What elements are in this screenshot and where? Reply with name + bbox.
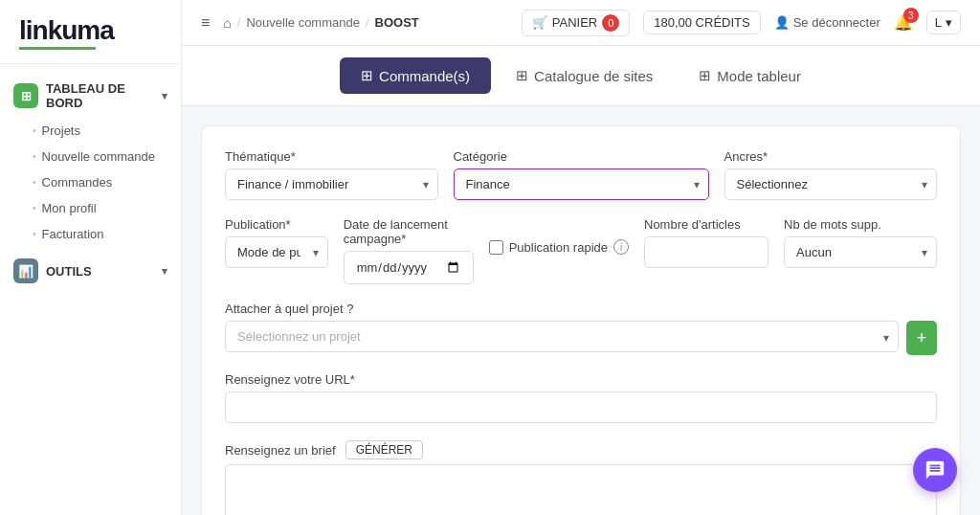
thematique-select[interactable]: Finance / immobilier Technologie Santé: [225, 168, 438, 200]
date-label: Date de lancement campagne*: [344, 217, 474, 246]
sidebar-section-tableau[interactable]: ⊞ TABLEAU DE BORD ▾: [0, 74, 181, 118]
nb-mots-select-wrapper: Aucun +100 mots +200 mots: [784, 236, 937, 268]
sidebar-item-projets[interactable]: Projets: [19, 118, 181, 144]
logo: linkuma: [0, 0, 181, 64]
tab-catalogue-label: Catalogue de sites: [534, 68, 653, 84]
main: ≡ ⌂ / Nouvelle commande / BOOST 🛒 PANIER…: [182, 0, 980, 515]
avatar-chevron-icon: ▾: [946, 15, 952, 30]
ancres-group: Ancres* Sélectionnez: [724, 149, 938, 200]
user-initial: L: [935, 15, 942, 30]
header-left: ≡ ⌂ / Nouvelle commande / BOOST: [201, 14, 419, 32]
form-row-1: Thématique* Finance / immobilier Technol…: [225, 149, 937, 200]
publication-rapide-checkbox[interactable]: [489, 240, 503, 255]
sidebar-items: Projets Nouvelle commande Commandes Mon …: [0, 118, 181, 247]
tab-commandes-icon: ⊞: [361, 67, 373, 84]
nb-articles-input[interactable]: 1: [644, 236, 768, 268]
publication-rapide-group: Publication rapide i: [489, 217, 629, 284]
sidebar-item-commandes[interactable]: Commandes: [19, 169, 181, 195]
brief-header: Renseignez un brief GÉNÉRER: [225, 440, 937, 459]
breadcrumb-separator-1: /: [237, 15, 241, 30]
logo-underline: [19, 47, 96, 50]
tab-commandes[interactable]: ⊞ Commande(s): [340, 57, 491, 94]
sidebar-item-nouvelle-commande[interactable]: Nouvelle commande: [19, 144, 181, 169]
tab-tableur-icon: ⊞: [699, 67, 711, 84]
credits-button[interactable]: 180,00 CRÉDITS: [643, 11, 760, 34]
nb-mots-group: Nb de mots supp. Aucun +100 mots +200 mo…: [784, 217, 937, 284]
tab-catalogue[interactable]: ⊞ Catalogue de sites: [495, 57, 674, 94]
logout-button[interactable]: 👤 Se déconnecter: [774, 15, 880, 30]
sidebar-item-label-facturation: Facturation: [42, 227, 104, 241]
attacher-row: Attacher à quel projet ? Sélectionnez un…: [225, 302, 937, 355]
info-icon[interactable]: i: [613, 239, 629, 255]
tab-catalogue-icon: ⊞: [516, 67, 528, 84]
tab-tableur-label: Mode tableur: [717, 68, 801, 84]
publication-select-wrapper: Mode de publication Publication normale …: [225, 236, 328, 268]
categorie-group: Catégorie Finance Immobilier Technologie: [454, 149, 709, 200]
brief-label: Renseignez un brief: [225, 443, 336, 458]
thematique-select-wrapper: Finance / immobilier Technologie Santé: [225, 168, 438, 200]
sidebar-item-label-mon-profil: Mon profil: [42, 201, 97, 215]
outils-label: OUTILS: [46, 264, 154, 279]
publication-label: Publication*: [225, 217, 328, 232]
breadcrumb-separator-2: /: [366, 15, 369, 30]
attacher-select[interactable]: Sélectionnez un projet: [225, 321, 899, 352]
outils-chevron-icon: ▾: [162, 265, 167, 278]
publication-select[interactable]: Mode de publication Publication normale …: [225, 236, 328, 268]
outils-icon: 📊: [13, 258, 38, 283]
header: ≡ ⌂ / Nouvelle commande / BOOST 🛒 PANIER…: [182, 0, 980, 46]
thematique-group: Thématique* Finance / immobilier Technol…: [225, 149, 438, 200]
notification-badge: 3: [903, 8, 919, 23]
ancres-label: Ancres*: [724, 149, 938, 164]
sidebar-item-label-commandes: Commandes: [42, 175, 113, 190]
sidebar-item-label-nouvelle-commande: Nouvelle commande: [42, 149, 156, 164]
sidebar: linkuma ⊞ TABLEAU DE BORD ▾ Projets Nouv…: [0, 0, 182, 515]
nb-mots-label: Nb de mots supp.: [784, 217, 937, 232]
form-card: Thématique* Finance / immobilier Technol…: [201, 125, 961, 515]
url-label: Renseignez votre URL*: [225, 372, 937, 387]
sidebar-section-outils[interactable]: 📊 OUTILS ▾: [0, 251, 181, 291]
sidebar-item-mon-profil[interactable]: Mon profil: [19, 195, 181, 221]
user-icon: 👤: [774, 15, 790, 30]
chat-icon: [924, 459, 946, 481]
tab-commandes-label: Commande(s): [379, 68, 470, 84]
generer-button[interactable]: GÉNÉRER: [345, 440, 423, 459]
hamburger-icon[interactable]: ≡: [201, 14, 210, 32]
breadcrumb-nouvelle-commande[interactable]: Nouvelle commande: [246, 15, 360, 30]
logout-label: Se déconnecter: [793, 15, 880, 30]
categorie-label: Catégorie: [454, 149, 709, 164]
ancres-select[interactable]: Sélectionnez: [724, 168, 938, 200]
tabs-bar: ⊞ Commande(s) ⊞ Catalogue de sites ⊞ Mod…: [182, 46, 980, 106]
categorie-select[interactable]: Finance Immobilier Technologie: [454, 168, 709, 200]
date-input[interactable]: [344, 251, 474, 284]
brief-textarea[interactable]: [225, 464, 937, 515]
sidebar-section-label: TABLEAU DE BORD: [46, 81, 154, 110]
url-input[interactable]: [225, 392, 937, 423]
nb-articles-group: Nombre d'articles 1: [644, 217, 768, 284]
attacher-select-wrapper: Sélectionnez un projet: [225, 321, 899, 355]
home-icon[interactable]: ⌂: [223, 15, 231, 31]
breadcrumb-boost: BOOST: [375, 15, 419, 30]
user-avatar-button[interactable]: L ▾: [926, 11, 961, 34]
url-row: Renseignez votre URL*: [225, 372, 937, 423]
brief-row: Renseignez un brief GÉNÉRER: [225, 440, 937, 515]
date-group: Date de lancement campagne*: [344, 217, 474, 284]
nb-articles-label: Nombre d'articles: [644, 217, 768, 232]
nb-mots-select[interactable]: Aucun +100 mots +200 mots: [784, 236, 937, 268]
attacher-label: Attacher à quel projet ?: [225, 302, 937, 316]
chat-bubble-button[interactable]: [913, 448, 957, 492]
ancres-select-wrapper: Sélectionnez: [724, 168, 938, 200]
attacher-input-row: Sélectionnez un projet +: [225, 321, 937, 355]
chevron-down-icon: ▾: [162, 90, 167, 102]
notification-button[interactable]: 🔔 3: [894, 13, 913, 32]
sidebar-item-facturation[interactable]: Facturation: [19, 221, 181, 247]
publication-rapide-label: Publication rapide: [509, 240, 608, 255]
sidebar-nav: ⊞ TABLEAU DE BORD ▾ Projets Nouvelle com…: [0, 64, 181, 301]
cart-button[interactable]: 🛒 PANIER 0: [522, 10, 630, 36]
add-project-button[interactable]: +: [906, 321, 937, 355]
header-right: 🛒 PANIER 0 180,00 CRÉDITS 👤 Se déconnect…: [522, 10, 961, 36]
cart-badge: 0: [602, 14, 619, 32]
logo-text: linkuma: [19, 17, 162, 44]
form-row-2: Publication* Mode de publication Publica…: [225, 217, 937, 284]
tab-tableur[interactable]: ⊞ Mode tableur: [678, 57, 822, 94]
tableau-icon: ⊞: [13, 83, 38, 108]
